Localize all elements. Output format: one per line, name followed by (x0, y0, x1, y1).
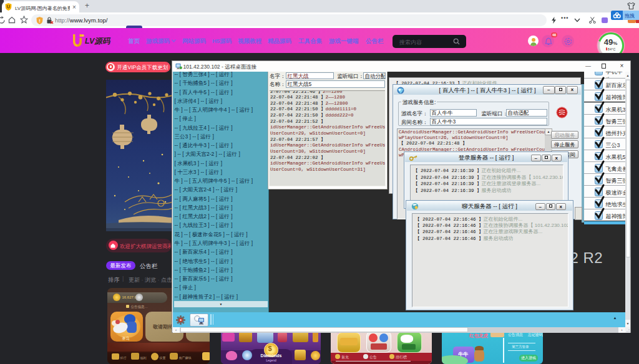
svg-text:!: ! (39, 18, 41, 24)
